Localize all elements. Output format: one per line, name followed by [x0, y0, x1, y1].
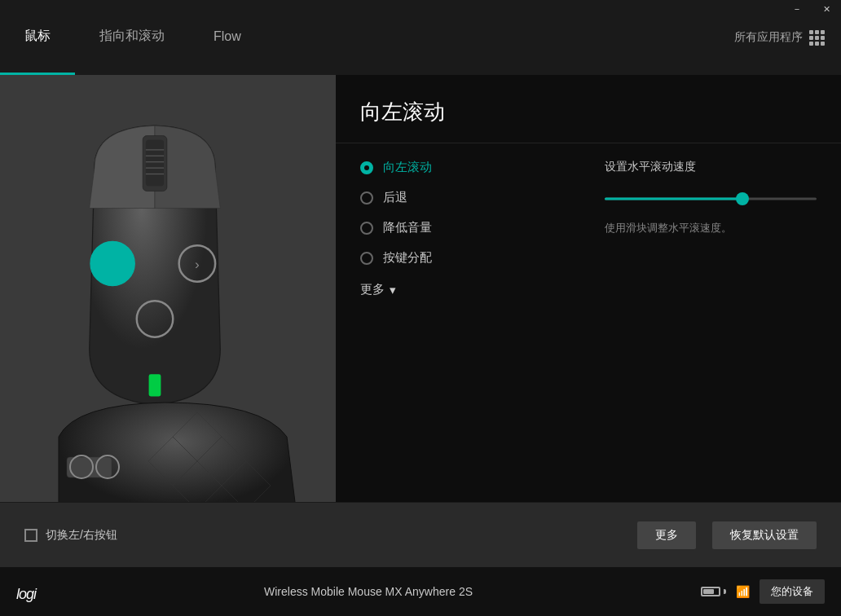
radio-back [360, 191, 373, 205]
window-controls: − ✕ [782, 0, 841, 18]
main-area: › logi [0, 75, 841, 567]
nav-tabs: 鼠标 指向和滚动 Flow [0, 0, 734, 75]
battery-tip [724, 589, 726, 594]
speed-slider[interactable] [605, 191, 817, 207]
mouse-illustration-area: › logi [0, 75, 336, 567]
top-nav: 鼠标 指向和滚动 Flow 所有应用程序 [0, 0, 841, 75]
battery-fill [703, 589, 714, 594]
speed-settings: 设置水平滚动速度 使用滑块调整水平滚速度。 [605, 160, 817, 551]
tab-mouse[interactable]: 鼠标 [0, 0, 75, 75]
all-apps-button[interactable]: 所有应用程序 [734, 30, 825, 46]
option-scroll-left[interactable]: 向左滚动 [360, 160, 572, 175]
slider-fill [605, 198, 742, 200]
slider-track [605, 198, 817, 200]
tab-flow[interactable]: Flow [189, 0, 266, 75]
svg-rect-1 [146, 140, 164, 187]
reset-button[interactable]: 恢复默认设置 [712, 521, 817, 549]
slider-thumb[interactable] [736, 192, 749, 205]
radio-scroll-left [360, 161, 373, 174]
more-button[interactable]: 更多 [637, 521, 696, 549]
bottom-controls: 切换左/右按钮 更多 恢复默认设置 [0, 502, 841, 567]
chevron-down-icon: ▾ [390, 283, 396, 297]
speed-description: 使用滑块调整水平滚速度。 [605, 220, 817, 237]
option-back[interactable]: 后退 [360, 190, 572, 205]
svg-point-7 [90, 241, 134, 285]
grid-icon [809, 30, 825, 46]
panel-title: 向左滚动 [336, 75, 841, 143]
logi-logo: logi [16, 579, 36, 605]
checkbox-icon [24, 529, 37, 542]
battery-icon [701, 587, 726, 596]
battery-body [701, 587, 720, 596]
option-decrease-volume[interactable]: 降低音量 [360, 220, 572, 235]
radio-decrease-volume [360, 222, 373, 235]
bluetooth-icon: 📶 [736, 585, 750, 598]
settings-panel: 向左滚动 向左滚动 后退 降低音量 按键分配 [336, 75, 841, 567]
options-list: 向左滚动 后退 降低音量 按键分配 更多 ▾ [360, 160, 572, 551]
option-key-assign[interactable]: 按键分配 [360, 250, 572, 266]
speed-title: 设置水平滚动速度 [605, 160, 817, 174]
footer-right: 📶 您的设备 [701, 579, 825, 604]
radio-key-assign [360, 252, 373, 265]
footer: logi Wireless Mobile Mouse MX Anywhere 2… [0, 567, 841, 616]
your-device-button[interactable]: 您的设备 [760, 579, 825, 604]
close-button[interactable]: ✕ [812, 0, 841, 18]
tab-pointing[interactable]: 指向和滚动 [75, 0, 189, 75]
device-name: Wireless Mobile Mouse MX Anywhere 2S [52, 585, 685, 598]
swap-buttons-checkbox[interactable]: 切换左/右按钮 [24, 528, 117, 543]
minimize-button[interactable]: − [782, 0, 812, 18]
more-options-button[interactable]: 更多 ▾ [360, 282, 572, 297]
svg-text:›: › [195, 256, 200, 272]
